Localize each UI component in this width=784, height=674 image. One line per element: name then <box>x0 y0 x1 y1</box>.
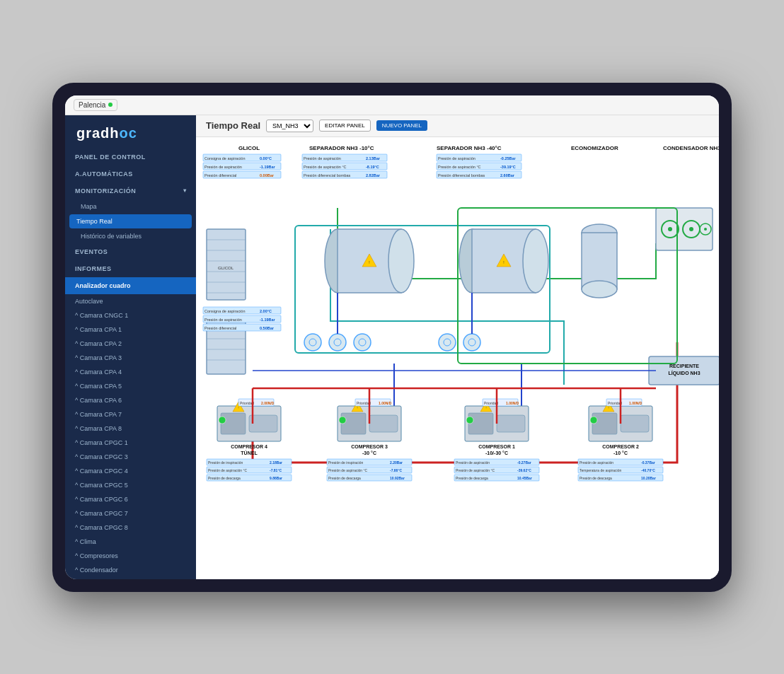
svg-text:1.00N/D: 1.00N/D <box>379 401 392 405</box>
group-cpa1[interactable]: ^ Camara CPA 1 <box>65 323 196 337</box>
svg-text:10.20Bar: 10.20Bar <box>641 476 656 480</box>
svg-text:-0.25Bar: -0.25Bar <box>500 156 517 161</box>
group-falling-film[interactable]: ^ Falling Film <box>65 577 196 579</box>
group-compresores[interactable]: ^ Compresores <box>65 549 196 563</box>
nav-eventos[interactable]: EVENTOS <box>65 243 196 260</box>
group-cpa8[interactable]: ^ Camara CPA 8 <box>65 422 196 436</box>
svg-text:CONDENSADOR NH3: CONDENSADOR NH3 <box>663 145 719 151</box>
svg-text:1.00N/D: 1.00N/D <box>506 401 519 405</box>
svg-text:Presión diferencial: Presión diferencial <box>204 326 236 330</box>
svg-text:-7.66°C: -7.66°C <box>390 468 402 472</box>
svg-text:Presión de descarga: Presión de descarga <box>328 476 361 480</box>
diagram-area: GLICOL SEPARADOR NH3 -10°C SEPARADOR NH3… <box>196 137 719 579</box>
svg-point-70 <box>668 227 672 231</box>
tablet-screen: Palencia gradhoc PANEL DE CONTROL A.AUTO… <box>65 95 719 579</box>
svg-text:2.60Bar: 2.60Bar <box>500 173 515 178</box>
svg-point-62 <box>523 229 548 293</box>
svg-text:Presión de aspiración °C: Presión de aspiración °C <box>208 468 247 472</box>
monitorizacion-label: MONITORIZACIÓN <box>75 187 136 194</box>
svg-text:Presión de aspiración °C: Presión de aspiración °C <box>304 165 347 169</box>
svg-text:GLICOL: GLICOL <box>238 145 260 151</box>
svg-text:Presión diferencial bombas: Presión diferencial bombas <box>438 173 485 178</box>
group-cpa3[interactable]: ^ Camara CPA 3 <box>65 351 196 365</box>
nav-panel-control[interactable]: PANEL DE CONTROL <box>65 149 196 165</box>
svg-rect-98 <box>341 413 366 434</box>
svg-point-67 <box>582 281 617 298</box>
svg-text:-40.70°C: -40.70°C <box>641 468 655 472</box>
nav-automaticas[interactable]: A.AUTOMÁTICAS <box>65 165 196 182</box>
svg-text:-39.62°C: -39.62°C <box>517 468 531 472</box>
nav-tiempo-real[interactable]: Tiempo Real <box>69 214 192 228</box>
svg-text:Presión diferencial bombas: Presión diferencial bombas <box>304 173 351 178</box>
group-condensador[interactable]: ^ Condensador <box>65 563 196 577</box>
svg-text:Presión de aspiración: Presión de aspiración <box>204 318 242 322</box>
svg-point-86 <box>463 334 480 351</box>
svg-rect-117 <box>621 415 649 432</box>
svg-point-93 <box>219 417 226 424</box>
svg-text:0.00Bar: 0.00Bar <box>260 173 275 178</box>
svg-point-72 <box>689 227 693 231</box>
autoclave-item[interactable]: Autoclave <box>65 294 196 308</box>
svg-text:LÍQUIDO NH3: LÍQUIDO NH3 <box>668 370 700 376</box>
group-cngc1[interactable]: ^ Camara CNGC 1 <box>65 308 196 323</box>
svg-text:Consigna de aspiración: Consigna de aspiración <box>204 156 245 161</box>
svg-text:!: ! <box>608 406 609 409</box>
chevron-down-icon: ▾ <box>183 187 187 194</box>
svg-text:2.00°C: 2.00°C <box>260 309 272 313</box>
svg-text:Presión de aspiración: Presión de aspiración <box>204 165 242 169</box>
group-cpa4[interactable]: ^ Camara CPA 4 <box>65 365 196 379</box>
group-cpa2[interactable]: ^ Camara CPA 2 <box>65 337 196 351</box>
diagram-svg: GLICOL SEPARADOR NH3 -10°C SEPARADOR NH3… <box>196 137 719 505</box>
svg-point-82 <box>354 334 371 351</box>
svg-rect-99 <box>369 415 398 432</box>
svg-point-102 <box>339 417 346 424</box>
svg-text:RECIPIENTE: RECIPIENTE <box>669 364 699 368</box>
group-cpa6[interactable]: ^ Camara CPA 6 <box>65 393 196 407</box>
svg-text:Presión de aspiración °C: Presión de aspiración °C <box>456 468 495 472</box>
group-cpgc4[interactable]: ^ Camara CPGC 4 <box>65 464 196 478</box>
logo-grad: gradh <box>76 125 120 141</box>
nav-informes[interactable]: INFORMES <box>65 260 196 277</box>
new-panel-button[interactable]: NUEVO PANEL <box>376 120 427 131</box>
svg-text:-10/-30 °C: -10/-30 °C <box>485 451 508 455</box>
nav-historico[interactable]: Histórico de variables <box>65 229 196 243</box>
svg-point-57 <box>388 229 414 293</box>
svg-text:2.82Bar: 2.82Bar <box>366 173 381 178</box>
top-bar: Palencia <box>65 95 719 115</box>
location-label: Palencia <box>79 101 105 109</box>
svg-text:GLICOL: GLICOL <box>218 266 234 270</box>
svg-text:-1.19Bar: -1.19Bar <box>260 165 276 169</box>
group-cpgc1[interactable]: ^ Camara CPGC 1 <box>65 436 196 450</box>
group-cpgc5[interactable]: ^ Camara CPGC 5 <box>65 478 196 492</box>
svg-text:0.50Bar: 0.50Bar <box>260 326 275 330</box>
svg-text:Temperatura de aspiración: Temperatura de aspiración <box>580 468 621 472</box>
svg-text:COMPRESOR 2: COMPRESOR 2 <box>602 444 639 449</box>
group-items: ^ Camara CNGC 1 ^ Camara CPA 1 ^ Camara … <box>65 308 196 579</box>
group-cpa5[interactable]: ^ Camara CPA 5 <box>65 379 196 393</box>
svg-text:-7.81°C: -7.81°C <box>270 468 282 472</box>
svg-rect-116 <box>592 413 617 434</box>
panel-select[interactable]: SM_NH3 <box>266 120 313 132</box>
page-title: Tiempo Real <box>206 120 260 131</box>
nav-monitorizacion[interactable]: MONITORIZACIÓN ▾ <box>65 182 196 199</box>
analyzer-header: Analizador cuadro <box>65 277 196 294</box>
edit-panel-button[interactable]: EDITAR PANEL <box>319 120 371 132</box>
group-cpgc6[interactable]: ^ Camara CPGC 6 <box>65 492 196 506</box>
svg-text:2.00N/D: 2.00N/D <box>261 401 275 405</box>
svg-text:2.20Bar: 2.20Bar <box>390 460 403 465</box>
svg-point-111 <box>466 417 473 424</box>
group-cpgc8[interactable]: ^ Camara CPGC 8 <box>65 521 196 535</box>
logo: gradhoc <box>65 115 196 149</box>
svg-text:1.00N/D: 1.00N/D <box>629 401 642 405</box>
svg-text:!: ! <box>503 260 504 265</box>
group-clima[interactable]: ^ Clima <box>65 535 196 549</box>
content-area: Tiempo Real SM_NH3 EDITAR PANEL NUEVO PA… <box>196 115 719 579</box>
group-cpgc7[interactable]: ^ Camara CPGC 7 <box>65 506 196 521</box>
tablet-frame: Palencia gradhoc PANEL DE CONTROL A.AUTO… <box>52 83 732 592</box>
svg-text:SEPARADOR NH3 -40°C: SEPARADOR NH3 -40°C <box>437 145 502 151</box>
nav-mapa[interactable]: Mapa <box>65 199 196 214</box>
svg-text:-1.19Bar: -1.19Bar <box>260 318 276 322</box>
svg-text:10.45Bar: 10.45Bar <box>517 476 532 480</box>
group-cpgc3[interactable]: ^ Camara CPGC 3 <box>65 450 196 464</box>
group-cpa7[interactable]: ^ Camara CPA 7 <box>65 407 196 422</box>
